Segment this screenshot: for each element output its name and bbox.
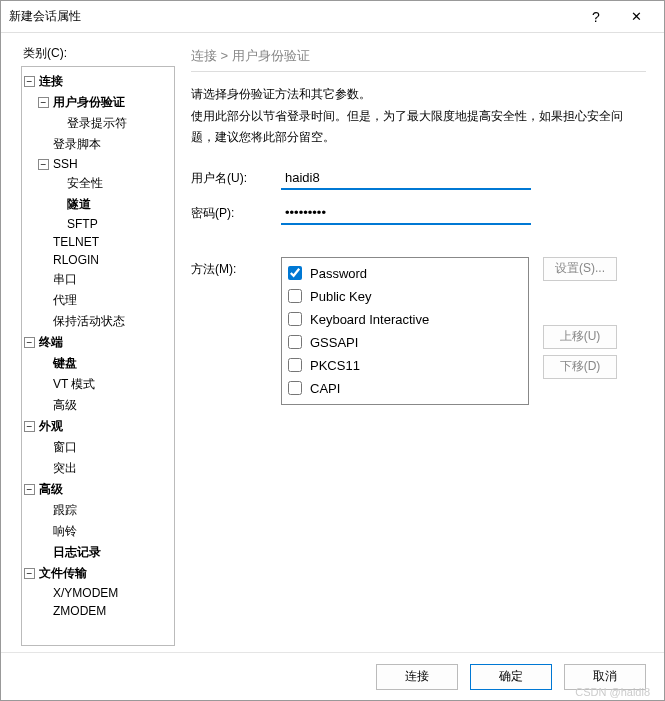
moveup-button[interactable]: 上移(U) xyxy=(543,325,617,349)
method-item[interactable]: PKCS11 xyxy=(288,354,522,377)
method-item[interactable]: GSSAPI xyxy=(288,331,522,354)
method-item[interactable]: Keyboard Interactive xyxy=(288,308,522,331)
method-item-label: PKCS11 xyxy=(310,358,360,373)
tree-item-terminal[interactable]: 终端 xyxy=(39,334,63,351)
method-checkbox[interactable] xyxy=(288,266,302,280)
movedown-button[interactable]: 下移(D) xyxy=(543,355,617,379)
method-label: 方法(M): xyxy=(191,257,281,278)
tree-item-advanced-terminal[interactable]: 高级 xyxy=(53,397,77,414)
category-tree[interactable]: −连接 −用户身份验证 登录提示符 登录脚本 −SSH xyxy=(21,66,175,646)
method-item-label: CAPI xyxy=(310,381,340,396)
method-checkbox[interactable] xyxy=(288,358,302,372)
tree-item-trace[interactable]: 跟踪 xyxy=(53,502,77,519)
method-checkbox[interactable] xyxy=(288,335,302,349)
tree-item-keyboard[interactable]: 键盘 xyxy=(53,355,77,372)
tree-item-rlogin[interactable]: RLOGIN xyxy=(53,253,99,267)
tree-item-telnet[interactable]: TELNET xyxy=(53,235,99,249)
tree-item-ssh[interactable]: SSH xyxy=(53,157,78,171)
username-input[interactable] xyxy=(281,167,531,190)
tree-item-appearance[interactable]: 外观 xyxy=(39,418,63,435)
tree-item-advanced[interactable]: 高级 xyxy=(39,481,63,498)
divider xyxy=(191,71,646,72)
method-checkbox[interactable] xyxy=(288,381,302,395)
tree-item-proxy[interactable]: 代理 xyxy=(53,292,77,309)
tree-toggle-icon[interactable]: − xyxy=(38,159,49,170)
tree-item-serial[interactable]: 串口 xyxy=(53,271,77,288)
tree-item-tunnel[interactable]: 隧道 xyxy=(67,196,91,213)
method-item-label: Password xyxy=(310,266,367,281)
instruction-line: 请选择身份验证方法和其它参数。 xyxy=(191,84,646,106)
tree-item-login-script[interactable]: 登录脚本 xyxy=(53,136,101,153)
tree-toggle-icon[interactable]: − xyxy=(24,337,35,348)
window-title: 新建会话属性 xyxy=(9,8,576,25)
method-item[interactable]: CAPI xyxy=(288,377,522,400)
tree-item-popout[interactable]: 突出 xyxy=(53,460,77,477)
instruction-line: 使用此部分以节省登录时间。但是，为了最大限度地提高安全性，如果担心安全问题，建议… xyxy=(191,106,646,149)
settings-button[interactable]: 设置(S)... xyxy=(543,257,617,281)
tree-toggle-icon[interactable]: − xyxy=(24,568,35,579)
watermark: CSDN @haidi8 xyxy=(575,686,650,698)
method-checkbox[interactable] xyxy=(288,312,302,326)
tree-item-security[interactable]: 安全性 xyxy=(67,175,103,192)
tree-item-connection[interactable]: 连接 xyxy=(39,73,63,90)
tree-item-vtmode[interactable]: VT 模式 xyxy=(53,376,95,393)
connect-button[interactable]: 连接 xyxy=(376,664,458,690)
method-item[interactable]: Public Key xyxy=(288,285,522,308)
breadcrumb: 连接 > 用户身份验证 xyxy=(191,45,646,71)
method-list[interactable]: PasswordPublic KeyKeyboard InteractiveGS… xyxy=(281,257,529,405)
tree-toggle-icon[interactable]: − xyxy=(24,484,35,495)
help-button[interactable]: ? xyxy=(576,3,616,31)
tree-item-login-prompt[interactable]: 登录提示符 xyxy=(67,115,127,132)
tree-item-logging[interactable]: 日志记录 xyxy=(53,544,101,561)
method-item[interactable]: Password xyxy=(288,262,522,285)
tree-item-zmodem[interactable]: ZMODEM xyxy=(53,604,106,618)
dialog-window: 新建会话属性 ? ✕ 类别(C): −连接 −用户身份验证 登录提示符 xyxy=(0,0,665,701)
tree-item-bell[interactable]: 响铃 xyxy=(53,523,77,540)
username-label: 用户名(U): xyxy=(191,170,281,187)
method-item-label: Public Key xyxy=(310,289,371,304)
tree-toggle-icon[interactable]: − xyxy=(24,76,35,87)
tree-toggle-icon[interactable]: − xyxy=(24,421,35,432)
password-input[interactable] xyxy=(281,202,531,225)
tree-item-keepalive[interactable]: 保持活动状态 xyxy=(53,313,125,330)
tree-item-xymodem[interactable]: X/YMODEM xyxy=(53,586,118,600)
tree-item-user-auth[interactable]: 用户身份验证 xyxy=(53,94,125,111)
method-item-label: GSSAPI xyxy=(310,335,358,350)
method-checkbox[interactable] xyxy=(288,289,302,303)
tree-item-sftp[interactable]: SFTP xyxy=(67,217,98,231)
category-label: 类别(C): xyxy=(23,45,181,62)
tree-toggle-icon[interactable]: − xyxy=(38,97,49,108)
footer: 连接 确定 取消 CSDN @haidi8 xyxy=(1,652,664,700)
titlebar: 新建会话属性 ? ✕ xyxy=(1,1,664,33)
password-label: 密码(P): xyxy=(191,205,281,222)
method-item-label: Keyboard Interactive xyxy=(310,312,429,327)
tree-item-window[interactable]: 窗口 xyxy=(53,439,77,456)
instructions: 请选择身份验证方法和其它参数。 使用此部分以节省登录时间。但是，为了最大限度地提… xyxy=(191,84,646,149)
ok-button[interactable]: 确定 xyxy=(470,664,552,690)
tree-item-filetransfer[interactable]: 文件传输 xyxy=(39,565,87,582)
close-button[interactable]: ✕ xyxy=(616,3,656,31)
